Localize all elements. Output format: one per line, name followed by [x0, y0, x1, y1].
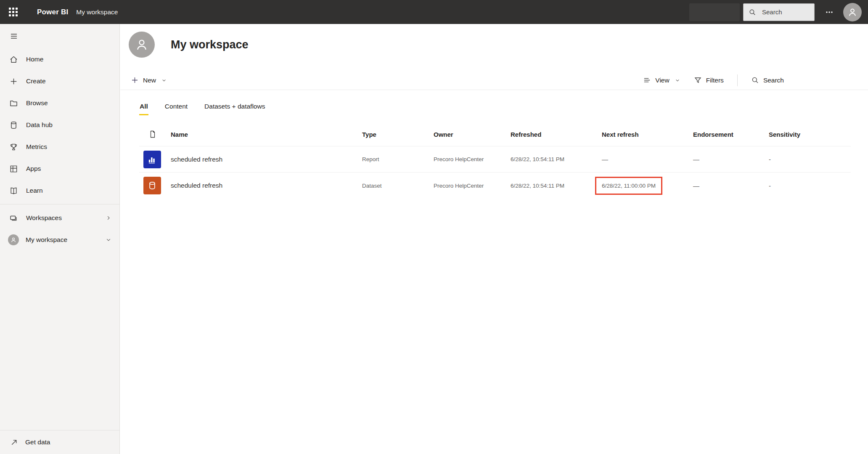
item-refreshed: 6/28/22, 10:54:11 PM [511, 156, 602, 162]
sidebar-item-browse[interactable]: Browse [0, 92, 119, 114]
hamburger-icon [9, 32, 19, 40]
sidebar-item-label: Home [26, 56, 43, 63]
search-button-label: Search [763, 77, 784, 84]
person-icon [134, 37, 149, 52]
workspace-avatar [129, 32, 155, 58]
view-list-icon [643, 76, 651, 84]
sidebar-item-learn[interactable]: Learn [0, 180, 119, 202]
new-button[interactable]: New [131, 76, 167, 84]
sidebar-item-my-workspace[interactable]: My workspace [0, 229, 119, 251]
workspace-content: My workspace New View [120, 24, 868, 454]
list-search-button[interactable]: Search [751, 76, 784, 84]
sidebar-item-metrics[interactable]: Metrics [0, 136, 119, 158]
plus-icon [131, 76, 139, 84]
content-tabs: AllContentDatasets + dataflows [120, 102, 868, 115]
chevron-down-icon [161, 77, 167, 83]
item-sensitivity: - [769, 182, 851, 189]
sidebar-item-home[interactable]: Home [0, 48, 119, 70]
page-title: My workspace [171, 38, 249, 51]
home-icon [9, 55, 18, 64]
sidebar-item-apps[interactable]: Apps [0, 158, 119, 180]
dataset-icon [143, 177, 161, 194]
get-data-button[interactable]: Get data [0, 430, 119, 454]
sidebar-item-create[interactable]: Create [0, 70, 119, 92]
more-options-button[interactable] [819, 4, 840, 21]
workspace-avatar-icon [8, 234, 19, 245]
sidebar-item-label: Learn [26, 187, 43, 194]
filters-button[interactable]: Filters [694, 76, 724, 84]
toolbar-divider [737, 74, 738, 86]
item-type: Report [362, 156, 434, 162]
sidebar-item-label: Data hub [26, 121, 53, 129]
next-refresh-highlight-box: 6/28/22, 11:00:00 PM [595, 177, 662, 195]
sidebar-item-workspaces[interactable]: Workspaces [0, 207, 119, 229]
sidebar-divider [0, 204, 119, 204]
sidebar-item-label: Workspaces [26, 214, 62, 222]
column-header-type[interactable]: Type [362, 131, 434, 138]
plus-icon [9, 77, 18, 86]
item-name-link[interactable]: scheduled refresh [171, 182, 362, 189]
sidebar-item-label: Metrics [26, 143, 47, 151]
sidebar-item-label: Create [26, 77, 46, 85]
new-button-label: New [143, 77, 156, 84]
chevron-down-icon [675, 77, 680, 83]
tab-datasets-dataflows[interactable]: Datasets + dataflows [204, 102, 265, 115]
table-row[interactable]: scheduled refreshReportPrecoro HelpCente… [139, 146, 851, 173]
folder-icon [9, 99, 18, 108]
column-header-next-refresh[interactable]: Next refresh [602, 131, 693, 138]
item-type: Dataset [362, 183, 434, 189]
next-refresh-value: — [602, 156, 693, 163]
document-icon [148, 130, 157, 138]
topbar-context-label: My workspace [76, 8, 118, 16]
database-icon [9, 121, 18, 130]
search-icon [749, 8, 756, 16]
column-header-refreshed[interactable]: Refreshed [511, 131, 602, 138]
top-app-bar: Power BI My workspace Search [0, 0, 868, 24]
ellipsis-icon [825, 8, 834, 16]
person-icon [847, 7, 858, 18]
topbar-placeholder-box [689, 3, 740, 21]
search-placeholder: Search [762, 8, 782, 16]
get-data-icon [10, 438, 18, 446]
view-button[interactable]: View [643, 76, 680, 84]
powerbi-logo[interactable]: Power BI [37, 8, 68, 16]
report-icon [143, 151, 161, 168]
column-header-name[interactable]: Name [171, 131, 362, 138]
workspaces-icon [9, 214, 18, 223]
left-navigation: HomeCreateBrowseData hubMetricsAppsLearn… [0, 24, 120, 454]
waffle-icon [9, 8, 18, 16]
get-data-label: Get data [25, 438, 50, 446]
item-name-link[interactable]: scheduled refresh [171, 156, 362, 163]
table-header: NameTypeOwnerRefreshedNext refreshEndors… [139, 122, 851, 146]
filters-button-label: Filters [706, 77, 724, 84]
search-icon [751, 76, 759, 84]
column-header-endorsement[interactable]: Endorsement [693, 131, 769, 138]
item-sensitivity: - [769, 156, 851, 163]
items-table: NameTypeOwnerRefreshedNext refreshEndors… [139, 122, 851, 199]
table-row[interactable]: scheduled refreshDatasetPrecoro HelpCent… [139, 173, 851, 199]
trophy-icon [9, 143, 18, 151]
grid-icon [9, 165, 18, 173]
tab-content[interactable]: Content [164, 102, 188, 115]
sidebar-nav-items: HomeCreateBrowseData hubMetricsAppsLearn [0, 48, 119, 202]
workspace-toolbar: New View Filters [120, 71, 868, 90]
sidebar-item-label: My workspace [26, 236, 67, 244]
collapse-nav-button[interactable] [0, 24, 119, 48]
filter-icon [694, 76, 702, 84]
table-body: scheduled refreshReportPrecoro HelpCente… [139, 146, 851, 199]
item-endorsement: — [693, 182, 769, 189]
global-search-input[interactable]: Search [743, 3, 815, 21]
column-header-owner[interactable]: Owner [434, 131, 511, 138]
app-launcher-button[interactable] [0, 0, 26, 24]
chevron-down-icon [105, 236, 112, 243]
column-header-sensitivity[interactable]: Sensitivity [769, 131, 851, 138]
workspace-header: My workspace [120, 24, 868, 58]
next-refresh-value: 6/28/22, 11:00:00 PM [602, 183, 656, 189]
book-icon [9, 186, 18, 195]
sidebar-item-data-hub[interactable]: Data hub [0, 114, 119, 136]
tab-all[interactable]: All [139, 102, 148, 115]
item-owner: Precoro HelpCenter [434, 183, 511, 189]
item-refreshed: 6/28/22, 10:54:11 PM [511, 183, 602, 189]
account-avatar[interactable] [843, 3, 862, 21]
item-owner: Precoro HelpCenter [434, 156, 511, 162]
